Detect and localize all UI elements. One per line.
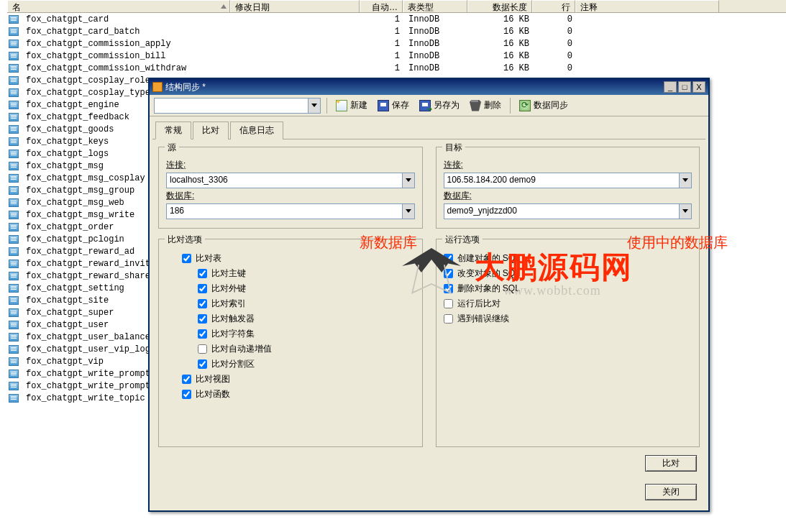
table-icon	[9, 211, 19, 219]
close-window-button[interactable]: X	[693, 81, 705, 93]
cb-label: 比对表	[196, 252, 221, 265]
chevron-down-icon	[402, 173, 414, 188]
table-row[interactable]: fox_chatgpt_card_batch1InnoDB16 KB0	[7, 25, 786, 37]
cell-type: InnoDB	[404, 51, 469, 61]
dst-conn-label: 连接:	[444, 159, 693, 171]
cb-compare-trigger[interactable]: 比对触发器	[198, 313, 415, 325]
cell-type: InnoDB	[404, 14, 469, 24]
close-button[interactable]: 关闭	[645, 484, 697, 500]
cb-run-continue[interactable]: 遇到错误继续	[444, 313, 693, 325]
table-icon	[9, 272, 19, 280]
cell-name: fox_chatgpt_card_batch	[22, 27, 232, 37]
cb-label: 比对自动递增值	[211, 343, 272, 355]
profile-combo[interactable]	[154, 98, 321, 114]
cell-len: 16 KB	[469, 14, 534, 24]
cell-rows: 0	[534, 63, 577, 73]
cb-compare-tables[interactable]: 比对表	[182, 252, 415, 265]
compare-button[interactable]: 比对	[645, 455, 697, 472]
table-icon	[9, 186, 19, 195]
maximize-button[interactable]: □	[678, 81, 691, 93]
table-icon	[9, 101, 19, 109]
table-row[interactable]: fox_chatgpt_card1InnoDB16 KB0	[7, 13, 786, 25]
delete-label: 删除	[484, 99, 501, 111]
dst-db-value: demo9_ynjdzzd00	[447, 206, 517, 216]
table-icon	[9, 382, 19, 390]
cell-auto: 1	[361, 63, 404, 73]
col-type[interactable]: 表类型	[403, 0, 467, 12]
src-db-select[interactable]: 186	[166, 203, 415, 219]
tab-compare[interactable]: 比对	[193, 121, 229, 139]
cb-label: 创建对象的 SQL	[457, 252, 520, 265]
tab-general[interactable]: 常规	[155, 121, 191, 139]
saveas-icon	[419, 100, 431, 111]
group-target: 目标 连接: 106.58.184.200 demo9 数据库: demo9_y…	[436, 147, 700, 229]
cb-run-drop[interactable]: 删除对象的 SQL	[444, 283, 693, 295]
cell-name: fox_chatgpt_commission_bill	[22, 51, 232, 61]
cb-compare-index[interactable]: 比对索引	[198, 298, 415, 310]
data-sync-button[interactable]: 数据同步	[516, 98, 571, 113]
cb-compare-charset[interactable]: 比对字符集	[198, 328, 415, 340]
cb-compare-partition[interactable]: 比对分割区	[198, 358, 415, 370]
cb-run-alter[interactable]: 改变对象的 SQL	[444, 267, 693, 280]
cell-rows: 0	[534, 27, 577, 37]
tab-log[interactable]: 信息日志	[230, 121, 283, 139]
legend-run: 运行选项	[442, 234, 483, 246]
cell-auto: 1	[361, 51, 404, 61]
src-db-label: 数据库:	[166, 190, 415, 202]
cell-rows: 0	[534, 14, 577, 24]
minimize-button[interactable]: _	[664, 81, 677, 93]
table-icon	[9, 370, 19, 378]
cb-compare-fk[interactable]: 比对外键	[198, 283, 415, 295]
saveas-button[interactable]: 另存为	[416, 98, 462, 113]
table-icon	[9, 235, 19, 244]
cell-len: 16 KB	[469, 27, 534, 37]
separator	[326, 98, 327, 114]
save-button[interactable]: 保存	[375, 98, 412, 113]
chevron-down-icon	[679, 173, 691, 188]
dst-conn-value: 106.58.184.200 demo9	[447, 175, 536, 185]
cb-label: 比对函数	[196, 388, 230, 400]
cb-compare-pk[interactable]: 比对主键	[198, 267, 415, 280]
chevron-down-icon	[308, 98, 320, 113]
app-icon	[152, 82, 163, 92]
cb-run-create[interactable]: 创建对象的 SQL	[444, 252, 693, 265]
cb-label: 遇到错误继续	[457, 313, 509, 325]
col-length[interactable]: 数据长度	[467, 0, 532, 12]
col-auto[interactable]: 自动…	[360, 0, 403, 12]
table-icon	[9, 15, 19, 24]
table-row[interactable]: fox_chatgpt_commission_withdraw1InnoDB16…	[7, 62, 786, 74]
table-row[interactable]: fox_chatgpt_commission_apply1InnoDB16 KB…	[7, 37, 786, 50]
delete-button[interactable]: 删除	[467, 98, 504, 113]
table-icon	[9, 223, 19, 231]
new-button[interactable]: 新建	[333, 98, 370, 113]
group-source: 源 连接: localhost_3306 数据库: 186	[158, 147, 423, 229]
col-name[interactable]: 名	[7, 0, 230, 12]
col-note[interactable]: 注释	[575, 0, 719, 12]
table-icon	[9, 64, 19, 73]
table-icon	[9, 247, 19, 256]
cb-compare-views[interactable]: 比对视图	[182, 373, 415, 385]
table-icon	[9, 296, 19, 305]
table-icon	[9, 150, 19, 158]
cb-run-after[interactable]: 运行后比对	[444, 298, 693, 310]
save-label: 保存	[392, 99, 409, 111]
titlebar[interactable]: 结构同步 * _ □ X	[150, 79, 708, 95]
col-date[interactable]: 修改日期	[230, 0, 360, 12]
sync-label: 数据同步	[534, 99, 568, 111]
col-rows[interactable]: 行	[532, 0, 575, 12]
table-icon	[9, 321, 19, 329]
dst-db-select[interactable]: demo9_ynjdzzd00	[444, 203, 693, 219]
cb-compare-autoinc[interactable]: 比对自动递增值	[198, 343, 415, 355]
cb-label: 比对主键	[211, 267, 246, 280]
cb-label: 比对外键	[211, 283, 246, 295]
dst-conn-select[interactable]: 106.58.184.200 demo9	[444, 173, 693, 188]
table-icon	[9, 260, 19, 268]
table-icon	[9, 198, 19, 207]
legend-compare: 比对选项	[165, 234, 205, 246]
legend-target: 目标	[442, 142, 465, 154]
table-icon	[9, 88, 19, 97]
table-row[interactable]: fox_chatgpt_commission_bill1InnoDB16 KB0	[7, 50, 786, 62]
src-conn-select[interactable]: localhost_3306	[166, 173, 415, 188]
cb-compare-functions[interactable]: 比对函数	[182, 388, 415, 400]
table-icon	[9, 174, 19, 183]
